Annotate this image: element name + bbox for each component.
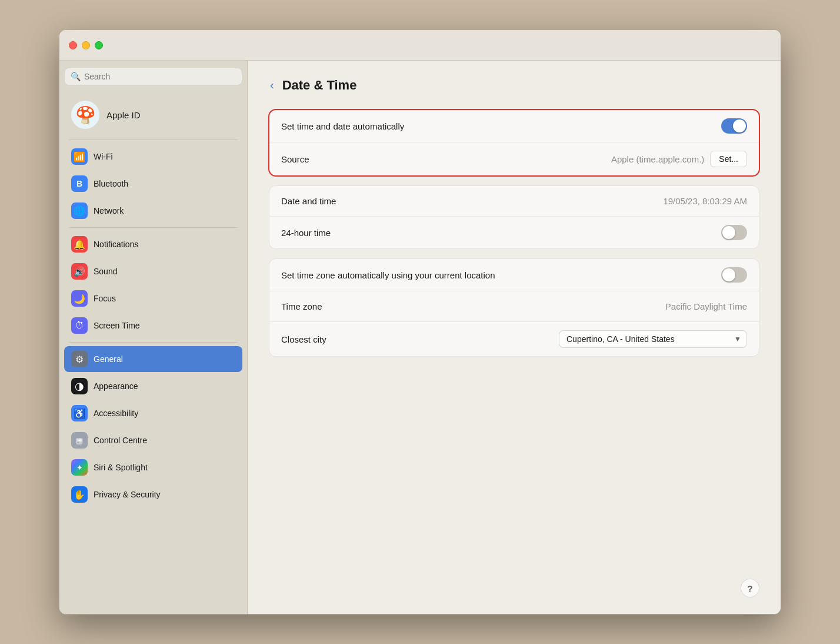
help-button[interactable]: ? (741, 579, 759, 597)
close-button[interactable] (69, 41, 77, 49)
search-bar[interactable]: 🔍 (64, 68, 242, 85)
date-and-time-value: 19/05/23, 8:03:29 AM (663, 196, 747, 206)
sidebar-item-sound[interactable]: 🔊 Sound (64, 258, 242, 284)
date-and-time-label: Date and time (281, 196, 336, 206)
closest-city-select[interactable]: Cupertino, CA - United States San Franci… (559, 330, 747, 348)
app-window: 🔍 🍄 Apple ID 📶 Wi-Fi B Bluetooth (59, 29, 781, 615)
sidebar-item-apple-id[interactable]: 🍄 Apple ID (64, 95, 242, 135)
sidebar-item-screentime[interactable]: ⏱ Screen Time (64, 313, 242, 338)
sidebar-divider-2 (69, 227, 238, 228)
wifi-icon: 📶 (71, 148, 88, 165)
accessibility-icon: ♿ (71, 405, 88, 421)
traffic-lights (69, 41, 103, 49)
sidebar: 🔍 🍄 Apple ID 📶 Wi-Fi B Bluetooth (59, 61, 248, 614)
source-value: Apple (time.apple.com.) (611, 154, 704, 164)
sidebar-item-notifications[interactable]: 🔔 Notifications (64, 231, 242, 257)
sidebar-item-label: Accessibility (94, 409, 138, 418)
sidebar-item-general[interactable]: ⚙ General (64, 346, 242, 372)
main-content: ‹ Date & Time Set time and date automati… (248, 61, 781, 614)
network-icon: 🌐 (71, 203, 88, 219)
minimize-button[interactable] (82, 41, 90, 49)
toggle-knob (733, 119, 746, 132)
sidebar-item-siri[interactable]: ✦ Siri & Spotlight (64, 454, 242, 480)
page-header: ‹ Date & Time (269, 77, 759, 93)
source-right: Apple (time.apple.com.) Set... (611, 151, 747, 167)
focus-icon: 🌙 (71, 290, 88, 307)
timezone-value: Pacific Daylight Time (665, 301, 747, 311)
source-row: Source Apple (time.apple.com.) Set... (269, 142, 759, 175)
sidebar-item-focus[interactable]: 🌙 Focus (64, 286, 242, 311)
notifications-icon: 🔔 (71, 236, 88, 253)
24-hour-toggle[interactable] (721, 225, 747, 240)
sidebar-item-label: Focus (94, 294, 116, 303)
title-bar (59, 30, 781, 61)
sidebar-item-label: Privacy & Security (94, 490, 161, 499)
timezone-label: Time zone (281, 301, 322, 311)
sidebar-item-label: Control Centre (94, 436, 147, 445)
bluetooth-icon: B (71, 175, 88, 192)
date-and-time-row: Date and time 19/05/23, 8:03:29 AM (269, 186, 759, 217)
privacy-icon: ✋ (71, 486, 88, 503)
sidebar-item-label: Notifications (94, 240, 138, 249)
sidebar-item-privacy[interactable]: ✋ Privacy & Security (64, 482, 242, 507)
search-icon: 🔍 (71, 72, 81, 81)
avatar: 🍄 (71, 101, 99, 129)
sidebar-item-label: Screen Time (94, 321, 140, 330)
24-hour-label: 24-hour time (281, 228, 331, 238)
sidebar-item-label: General (94, 354, 123, 364)
set-timezone-auto-label: Set time zone automatically using your c… (281, 270, 495, 280)
general-icon: ⚙ (71, 351, 88, 367)
closest-city-row: Closest city Cupertino, CA - United Stat… (269, 322, 759, 356)
sidebar-item-controlcentre[interactable]: ▦ Control Centre (64, 427, 242, 453)
set-timezone-auto-row: Set time zone automatically using your c… (269, 259, 759, 291)
24-hour-row: 24-hour time (269, 217, 759, 248)
date-time-card: Date and time 19/05/23, 8:03:29 AM 24-ho… (269, 185, 759, 249)
set-time-auto-toggle[interactable] (721, 118, 747, 134)
search-input[interactable] (84, 72, 236, 81)
set-time-auto-label: Set time and date automatically (281, 121, 404, 131)
source-label: Source (281, 154, 309, 164)
closest-city-select-wrapper: Cupertino, CA - United States San Franci… (559, 330, 747, 348)
toggle-knob (722, 226, 735, 239)
sidebar-item-label: Bluetooth (94, 179, 128, 188)
sidebar-item-bluetooth[interactable]: B Bluetooth (64, 171, 242, 197)
set-time-auto-row: Set time and date automatically (269, 110, 759, 142)
set-timezone-auto-toggle[interactable] (721, 267, 747, 283)
back-button[interactable]: ‹ (269, 77, 275, 93)
set-source-button[interactable]: Set... (710, 151, 747, 167)
apple-id-label: Apple ID (106, 110, 141, 120)
appearance-icon: ◑ (71, 378, 88, 394)
sound-icon: 🔊 (71, 263, 88, 280)
toggle-knob (722, 268, 735, 281)
timezone-row: Time zone Pacific Daylight Time (269, 291, 759, 322)
timezone-card: Set time zone automatically using your c… (269, 258, 759, 357)
closest-city-label: Closest city (281, 334, 326, 344)
siri-icon: ✦ (71, 459, 88, 476)
content-area: 🔍 🍄 Apple ID 📶 Wi-Fi B Bluetooth (59, 61, 781, 614)
sidebar-divider (69, 140, 238, 140)
controlcentre-icon: ▦ (71, 432, 88, 449)
sidebar-item-accessibility[interactable]: ♿ Accessibility (64, 400, 242, 426)
sidebar-divider-3 (69, 342, 238, 343)
sidebar-item-label: Sound (94, 267, 117, 276)
page-title: Date & Time (282, 78, 357, 93)
screentime-icon: ⏱ (71, 317, 88, 334)
sidebar-item-wifi[interactable]: 📶 Wi-Fi (64, 144, 242, 170)
sidebar-item-appearance[interactable]: ◑ Appearance (64, 373, 242, 399)
sidebar-item-label: Network (94, 206, 124, 215)
auto-time-card: Set time and date automatically Source A… (269, 109, 759, 176)
sidebar-item-label: Siri & Spotlight (94, 463, 148, 472)
sidebar-item-label: Appearance (94, 381, 138, 391)
maximize-button[interactable] (95, 41, 103, 49)
sidebar-item-label: Wi-Fi (94, 152, 113, 161)
sidebar-item-network[interactable]: 🌐 Network (64, 198, 242, 224)
